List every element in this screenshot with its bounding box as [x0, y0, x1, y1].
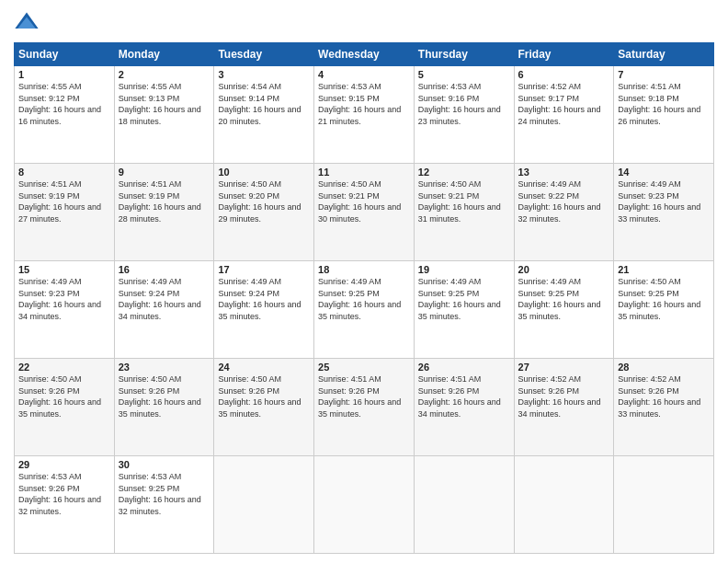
day-info: Sunrise: 4:49 AMSunset: 9:24 PMDaylight:… — [218, 276, 310, 322]
day-number: 14 — [618, 167, 710, 178]
calendar-cell: 6Sunrise: 4:52 AMSunset: 9:17 PMDaylight… — [514, 66, 614, 164]
day-number: 26 — [418, 362, 510, 373]
day-info: Sunrise: 4:49 AMSunset: 9:23 PMDaylight:… — [618, 178, 710, 224]
day-number: 15 — [18, 264, 110, 275]
day-number: 17 — [218, 264, 310, 275]
day-number: 21 — [618, 264, 710, 275]
calendar-cell — [414, 456, 514, 554]
calendar-cell: 9Sunrise: 4:51 AMSunset: 9:19 PMDaylight… — [114, 164, 214, 261]
calendar-cell: 14Sunrise: 4:49 AMSunset: 9:23 PMDayligh… — [614, 164, 714, 261]
day-number: 10 — [218, 167, 310, 178]
day-info: Sunrise: 4:50 AMSunset: 9:21 PMDaylight:… — [318, 178, 410, 224]
page: SundayMondayTuesdayWednesdayThursdayFrid… — [0, 0, 728, 563]
calendar-cell: 5Sunrise: 4:53 AMSunset: 9:16 PMDaylight… — [414, 66, 514, 164]
col-header-sunday: Sunday — [15, 43, 115, 66]
calendar-cell: 18Sunrise: 4:49 AMSunset: 9:25 PMDayligh… — [314, 261, 415, 359]
day-number: 27 — [518, 362, 610, 373]
day-number: 1 — [18, 69, 110, 80]
day-info: Sunrise: 4:49 AMSunset: 9:25 PMDaylight:… — [418, 276, 510, 322]
calendar-table: SundayMondayTuesdayWednesdayThursdayFrid… — [14, 42, 714, 554]
calendar-cell — [514, 456, 614, 554]
day-info: Sunrise: 4:53 AMSunset: 9:16 PMDaylight:… — [418, 81, 510, 127]
day-info: Sunrise: 4:53 AMSunset: 9:26 PMDaylight:… — [18, 471, 110, 517]
day-number: 3 — [218, 69, 310, 80]
day-number: 11 — [318, 167, 410, 178]
calendar-cell: 20Sunrise: 4:49 AMSunset: 9:25 PMDayligh… — [514, 261, 614, 359]
calendar-cell: 10Sunrise: 4:50 AMSunset: 9:20 PMDayligh… — [214, 164, 314, 261]
calendar-cell: 19Sunrise: 4:49 AMSunset: 9:25 PMDayligh… — [414, 261, 514, 359]
calendar-cell: 28Sunrise: 4:52 AMSunset: 9:26 PMDayligh… — [614, 359, 714, 456]
day-number: 13 — [518, 167, 610, 178]
calendar-cell: 29Sunrise: 4:53 AMSunset: 9:26 PMDayligh… — [15, 456, 115, 554]
calendar-cell: 24Sunrise: 4:50 AMSunset: 9:26 PMDayligh… — [214, 359, 314, 456]
day-number: 20 — [518, 264, 610, 275]
calendar-cell: 27Sunrise: 4:52 AMSunset: 9:26 PMDayligh… — [514, 359, 614, 456]
day-info: Sunrise: 4:50 AMSunset: 9:26 PMDaylight:… — [218, 373, 310, 419]
day-number: 29 — [18, 459, 110, 470]
day-number: 2 — [119, 69, 210, 80]
day-info: Sunrise: 4:50 AMSunset: 9:26 PMDaylight:… — [18, 373, 110, 419]
day-number: 28 — [618, 362, 710, 373]
day-info: Sunrise: 4:53 AMSunset: 9:25 PMDaylight:… — [119, 471, 210, 517]
col-header-monday: Monday — [114, 43, 214, 66]
calendar-cell: 13Sunrise: 4:49 AMSunset: 9:22 PMDayligh… — [514, 164, 614, 261]
logo — [14, 9, 43, 35]
calendar-cell — [214, 456, 314, 554]
day-info: Sunrise: 4:51 AMSunset: 9:19 PMDaylight:… — [119, 178, 210, 224]
day-info: Sunrise: 4:51 AMSunset: 9:18 PMDaylight:… — [618, 81, 710, 127]
col-header-friday: Friday — [514, 43, 614, 66]
day-number: 22 — [18, 362, 110, 373]
day-number: 23 — [119, 362, 210, 373]
calendar-cell: 1Sunrise: 4:55 AMSunset: 9:12 PMDaylight… — [15, 66, 115, 164]
day-info: Sunrise: 4:49 AMSunset: 9:23 PMDaylight:… — [18, 276, 110, 322]
col-header-thursday: Thursday — [414, 43, 514, 66]
calendar-cell: 15Sunrise: 4:49 AMSunset: 9:23 PMDayligh… — [15, 261, 115, 359]
day-info: Sunrise: 4:49 AMSunset: 9:25 PMDaylight:… — [318, 276, 410, 322]
day-number: 18 — [318, 264, 410, 275]
day-info: Sunrise: 4:51 AMSunset: 9:19 PMDaylight:… — [18, 178, 110, 224]
day-info: Sunrise: 4:55 AMSunset: 9:13 PMDaylight:… — [119, 81, 210, 127]
day-number: 24 — [218, 362, 310, 373]
day-info: Sunrise: 4:52 AMSunset: 9:26 PMDaylight:… — [618, 373, 710, 419]
day-info: Sunrise: 4:50 AMSunset: 9:20 PMDaylight:… — [218, 178, 310, 224]
day-info: Sunrise: 4:49 AMSunset: 9:24 PMDaylight:… — [119, 276, 210, 322]
day-number: 16 — [119, 264, 210, 275]
day-info: Sunrise: 4:49 AMSunset: 9:22 PMDaylight:… — [518, 178, 610, 224]
day-number: 9 — [119, 167, 210, 178]
calendar-cell: 21Sunrise: 4:50 AMSunset: 9:25 PMDayligh… — [614, 261, 714, 359]
calendar-cell: 3Sunrise: 4:54 AMSunset: 9:14 PMDaylight… — [214, 66, 314, 164]
calendar-cell: 17Sunrise: 4:49 AMSunset: 9:24 PMDayligh… — [214, 261, 314, 359]
day-info: Sunrise: 4:55 AMSunset: 9:12 PMDaylight:… — [18, 81, 110, 127]
day-info: Sunrise: 4:53 AMSunset: 9:15 PMDaylight:… — [318, 81, 410, 127]
calendar-cell: 11Sunrise: 4:50 AMSunset: 9:21 PMDayligh… — [314, 164, 415, 261]
day-info: Sunrise: 4:51 AMSunset: 9:26 PMDaylight:… — [318, 373, 410, 419]
calendar-cell: 25Sunrise: 4:51 AMSunset: 9:26 PMDayligh… — [314, 359, 415, 456]
day-number: 7 — [618, 69, 710, 80]
day-info: Sunrise: 4:51 AMSunset: 9:26 PMDaylight:… — [418, 373, 510, 419]
col-header-tuesday: Tuesday — [214, 43, 314, 66]
day-number: 8 — [18, 167, 110, 178]
day-info: Sunrise: 4:54 AMSunset: 9:14 PMDaylight:… — [218, 81, 310, 127]
day-number: 25 — [318, 362, 410, 373]
calendar-cell: 30Sunrise: 4:53 AMSunset: 9:25 PMDayligh… — [114, 456, 214, 554]
day-number: 12 — [418, 167, 510, 178]
calendar-cell: 7Sunrise: 4:51 AMSunset: 9:18 PMDaylight… — [614, 66, 714, 164]
calendar-cell: 4Sunrise: 4:53 AMSunset: 9:15 PMDaylight… — [314, 66, 415, 164]
day-number: 4 — [318, 69, 410, 80]
day-info: Sunrise: 4:50 AMSunset: 9:26 PMDaylight:… — [119, 373, 210, 419]
calendar-cell: 22Sunrise: 4:50 AMSunset: 9:26 PMDayligh… — [15, 359, 115, 456]
day-number: 19 — [418, 264, 510, 275]
day-info: Sunrise: 4:49 AMSunset: 9:25 PMDaylight:… — [518, 276, 610, 322]
calendar-cell: 16Sunrise: 4:49 AMSunset: 9:24 PMDayligh… — [114, 261, 214, 359]
header — [14, 9, 714, 35]
day-number: 6 — [518, 69, 610, 80]
col-header-saturday: Saturday — [614, 43, 714, 66]
day-number: 30 — [119, 459, 210, 470]
calendar-cell: 12Sunrise: 4:50 AMSunset: 9:21 PMDayligh… — [414, 164, 514, 261]
day-info: Sunrise: 4:50 AMSunset: 9:21 PMDaylight:… — [418, 178, 510, 224]
day-info: Sunrise: 4:52 AMSunset: 9:17 PMDaylight:… — [518, 81, 610, 127]
calendar-cell: 26Sunrise: 4:51 AMSunset: 9:26 PMDayligh… — [414, 359, 514, 456]
calendar-cell: 23Sunrise: 4:50 AMSunset: 9:26 PMDayligh… — [114, 359, 214, 456]
day-number: 5 — [418, 69, 510, 80]
calendar-cell: 2Sunrise: 4:55 AMSunset: 9:13 PMDaylight… — [114, 66, 214, 164]
